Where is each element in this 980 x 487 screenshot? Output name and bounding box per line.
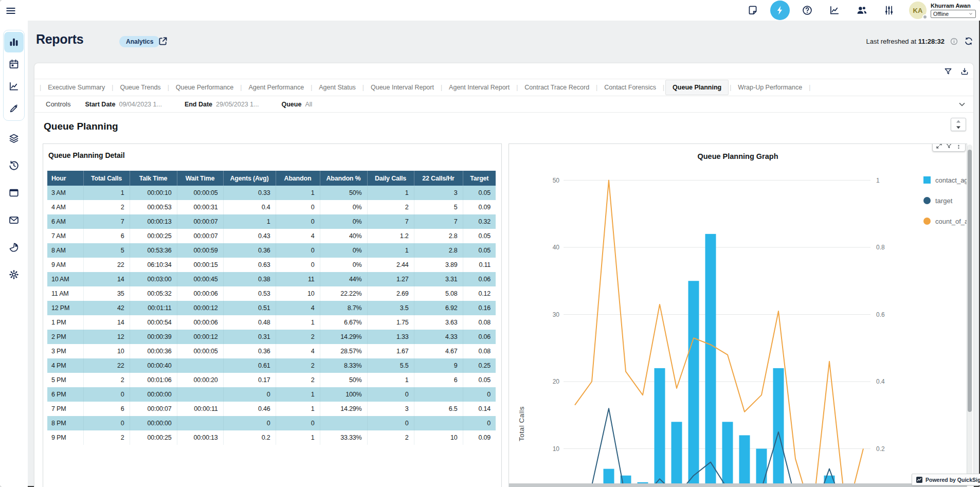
bar-2-pm[interactable] — [739, 435, 750, 487]
column-header-daily-calls[interactable]: Daily Calls — [367, 171, 414, 186]
filter-start-date[interactable]: Start Date09/04/2023 1... — [85, 101, 161, 108]
sidebar-item-line-chart[interactable] — [4, 76, 24, 97]
column-header-total-calls[interactable]: Total Calls — [83, 171, 130, 186]
column-header-abandon[interactable]: Abandon % — [320, 171, 367, 186]
tab-contact-forensics[interactable]: Contact Forensics — [597, 84, 663, 91]
tab-agent-performance[interactable]: Agent Performance — [242, 84, 311, 91]
svg-text:10: 10 — [553, 445, 560, 453]
sidebar-item-gear[interactable] — [4, 269, 24, 280]
avatar[interactable]: KA — [909, 2, 927, 19]
vertical-scrollbar[interactable] — [967, 145, 972, 480]
menu-button[interactable] — [5, 4, 19, 17]
legend-item-contact-ag[interactable]: contact_ag… — [923, 176, 967, 184]
table-row-1-pm[interactable]: 1 PM1400:00:5400:00:060.4816.67%1.753.63… — [47, 315, 496, 330]
tab-queue-planning[interactable]: Queue Planning — [665, 80, 729, 95]
sidebar-item-window[interactable] — [4, 187, 24, 199]
bar-9-am[interactable] — [655, 368, 665, 487]
table-row-8-pm[interactable]: 8 PM000:00:000000 — [47, 416, 496, 430]
tab-agent-interval-report[interactable]: Agent Interval Report — [442, 84, 516, 91]
table-row-9-pm[interactable]: 9 PM200:00:2500:00:130.2133.33%2100.09 — [47, 430, 496, 445]
refresh-button[interactable] — [964, 36, 974, 46]
column-header-abandon[interactable]: Abandon — [276, 171, 320, 186]
user-name: Khurram Awan — [931, 3, 976, 9]
horizontal-scrollbar[interactable] — [509, 483, 967, 487]
tab-queue-interval-report[interactable]: Queue Interval Report — [364, 84, 441, 91]
table-row-10-am[interactable]: 10 AM1400:03:0000:00:450.381144%1.273.31… — [47, 272, 496, 286]
svg-text:30: 30 — [553, 311, 560, 318]
column-header-agents-avg[interactable]: Agents (Avg) — [223, 171, 276, 186]
tab-executive-summary[interactable]: Executive Summary — [41, 84, 112, 91]
svg-text:0.2: 0.2 — [876, 445, 885, 453]
sidebar-item-pie-chart[interactable] — [4, 242, 24, 253]
tab-wrap-up-performance[interactable]: Wrap-Up Performance — [731, 84, 809, 91]
tab-agent-status[interactable]: Agent Status — [312, 84, 362, 91]
table-row-6-pm[interactable]: 6 PM000:00:0001100%00 — [47, 387, 496, 402]
table-row-12-pm[interactable]: 12 PM4200:01:1100:00:120.5148.7%3.56.920… — [47, 301, 496, 315]
powered-by-quicksight[interactable]: Powered by QuickSight — [912, 474, 980, 485]
filter-queue[interactable]: QueueAll — [281, 101, 312, 108]
table-row-9-am[interactable]: 9 AM2206:10:3400:00:150.6300%2.443.890.1… — [47, 258, 496, 272]
line-count-of-a[interactable] — [575, 181, 863, 487]
table-row-2-pm[interactable]: 2 PM1200:00:3900:00:120.31214.29%1.334.3… — [47, 330, 496, 344]
table-row-3-am[interactable]: 3 AM100:00:1000:00:050.33150%130.05 — [47, 186, 496, 200]
topbar-help-button[interactable] — [797, 1, 817, 20]
column-header-wait-time[interactable]: Wait Time — [177, 171, 223, 186]
sidebar-item-mail[interactable] — [4, 214, 24, 226]
export-button[interactable] — [960, 67, 969, 76]
topbar-metrics-button[interactable] — [825, 1, 844, 20]
design-icon — [8, 103, 20, 114]
topbar-bolt-button[interactable] — [770, 1, 790, 20]
legend-item-count-of-a[interactable]: count_of_a… — [923, 217, 967, 225]
column-header-talk-time[interactable]: Talk Time — [130, 171, 177, 186]
bar-11-am[interactable] — [688, 281, 699, 487]
sidebar-item-calendar[interactable] — [4, 54, 24, 75]
bar-3-pm[interactable] — [756, 449, 767, 487]
legend-swatch — [923, 218, 931, 225]
funnel-icon — [945, 143, 953, 150]
maximize-visual-button[interactable] — [935, 143, 943, 150]
bar-4-pm[interactable] — [773, 368, 784, 487]
tab-queue-trends[interactable]: Queue Trends — [113, 84, 167, 91]
column-header-hour[interactable]: Hour — [47, 171, 83, 186]
table-row-7-pm[interactable]: 7 PM600:00:0700:00:110.46114.29%36.50.14 — [47, 402, 496, 416]
powered-by-label: Powered by QuickSight — [925, 477, 980, 483]
sidebar-item-design[interactable] — [4, 98, 24, 119]
scroll-down-button[interactable] — [951, 124, 966, 131]
column-header-22-calls-hr[interactable]: 22 Calls/Hr — [414, 171, 463, 186]
status-dot — [922, 14, 928, 20]
table-row-3-pm[interactable]: 3 PM1000:00:3600:00:050.36428.57%1.674.6… — [47, 344, 496, 358]
sidebar-item-layers[interactable] — [4, 133, 24, 144]
tab-contract-trace-record[interactable]: Contract Trace Record — [518, 84, 596, 91]
table-row-8-am[interactable]: 8 AM500:53:3600:00:590.3600%12.80.05 — [47, 243, 496, 258]
open-in-new-button[interactable] — [157, 35, 170, 47]
refresh-info-button[interactable] — [950, 37, 958, 46]
svg-text:0.8: 0.8 — [876, 244, 885, 251]
table-row-11-am[interactable]: 11 AM3500:05:3200:00:060.531022.22%2.695… — [47, 286, 496, 301]
table-row-7-am[interactable]: 7 AM600:00:2500:00:070.43440%1.22.80.05 — [47, 229, 496, 243]
svg-text:40: 40 — [553, 244, 560, 251]
table-row-5-pm[interactable]: 5 PM200:01:0600:00:200.17250%160.05 — [47, 373, 496, 387]
bar-10-am[interactable] — [672, 422, 682, 487]
table-row-4-am[interactable]: 4 AM200:00:5300:00:310.400%250.09 — [47, 200, 496, 214]
collapse-controls-button[interactable] — [957, 99, 967, 110]
bar-12-pm[interactable] — [705, 234, 716, 487]
table-row-6-am[interactable]: 6 AM700:00:1300:00:07100%770.32 — [47, 214, 496, 229]
table-row-4-pm[interactable]: 4 PM2200:00:400.6128.33%5.590.25 — [47, 358, 496, 373]
visual-filter-button[interactable] — [945, 143, 953, 150]
topbar-notes-button[interactable] — [743, 1, 763, 20]
scrollbar-thumb[interactable] — [968, 150, 972, 412]
sidebar-item-bar-chart[interactable] — [4, 32, 24, 52]
scroll-up-button[interactable] — [951, 118, 966, 124]
filter-end-date[interactable]: End Date29/05/2023 1... — [185, 101, 259, 108]
filter-button[interactable] — [943, 67, 953, 76]
tab-queue-performance[interactable]: Queue Performance — [169, 84, 241, 91]
topbar-agents-button[interactable] — [852, 1, 872, 20]
status-select[interactable]: Offline — [931, 10, 976, 18]
controls-items: Start Date09/04/2023 1...End Date29/05/2… — [70, 101, 312, 108]
topbar-sliders-button[interactable] — [879, 1, 899, 20]
visual-menu-button[interactable] — [955, 143, 963, 150]
column-header-target[interactable]: Target — [463, 171, 496, 186]
sidebar-item-history[interactable] — [4, 160, 24, 171]
legend-item-target[interactable]: target — [923, 196, 967, 205]
bar-1-pm[interactable] — [722, 422, 733, 487]
